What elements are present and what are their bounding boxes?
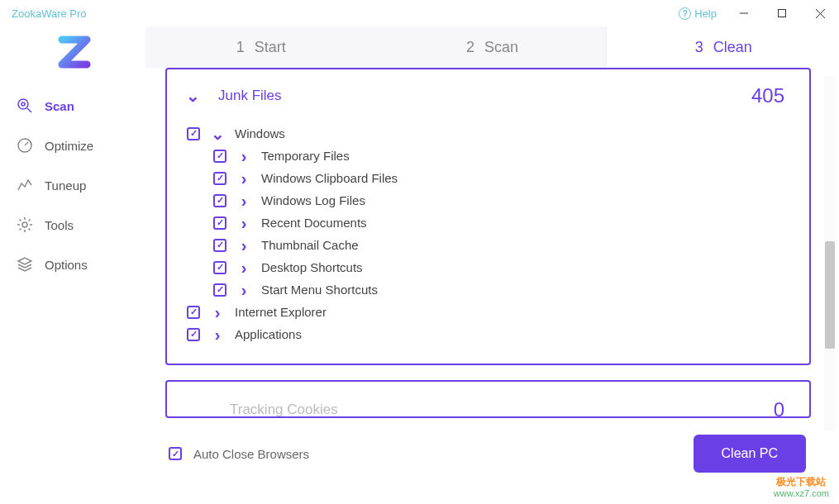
svg-line-8: [25, 142, 28, 145]
chevron-right-icon[interactable]: [212, 329, 223, 340]
step-clean[interactable]: 3Clean: [608, 26, 839, 68]
chevron-right-icon[interactable]: [238, 240, 250, 251]
item-label: Temporary Files: [261, 149, 350, 163]
checkbox[interactable]: [213, 239, 226, 252]
scrollbar-track[interactable]: [824, 76, 836, 431]
sidebar: Scan Optimize Tuneup Tools Options: [0, 26, 149, 504]
sidebar-item-label: Tuneup: [45, 178, 86, 193]
sidebar-item-tuneup[interactable]: Tuneup: [0, 165, 149, 205]
svg-point-4: [18, 99, 28, 109]
card-count: 405: [751, 84, 784, 107]
checkbox[interactable]: [187, 306, 200, 319]
group-windows[interactable]: Windows: [184, 122, 793, 145]
item-label: Thumbnail Cache: [261, 238, 359, 252]
sidebar-item-scan[interactable]: Scan: [0, 86, 149, 126]
results-scroll[interactable]: Junk Files 405 Windows Temporary Files W…: [165, 68, 814, 423]
step-start[interactable]: 1Start: [145, 26, 377, 68]
item-label: Windows Log Files: [261, 193, 365, 207]
help-label: Help: [694, 7, 717, 20]
close-button[interactable]: [801, 0, 839, 26]
tools-icon: [17, 216, 33, 233]
auto-close-label: Auto Close Browsers: [193, 447, 309, 461]
item-log-files[interactable]: Windows Log Files: [184, 189, 793, 212]
titlebar: ZookaWare Pro ? Help: [0, 0, 839, 26]
step-bar: 1Start 2Scan 3Clean: [145, 26, 839, 68]
minimize-button[interactable]: [725, 0, 763, 26]
checkbox[interactable]: [213, 194, 226, 207]
card-count: 0: [774, 398, 784, 418]
checkbox[interactable]: [213, 172, 226, 185]
chevron-right-icon[interactable]: [238, 173, 250, 184]
sidebar-item-label: Tools: [45, 218, 74, 232]
group-label: Windows: [235, 126, 285, 140]
item-label: Start Menu Shortcuts: [261, 283, 378, 297]
checkbox[interactable]: [213, 283, 226, 297]
chevron-down-icon[interactable]: [212, 130, 223, 138]
auto-close-checkbox[interactable]: [169, 447, 182, 460]
item-label: Desktop Shortcuts: [261, 260, 363, 274]
group-applications[interactable]: Applications: [184, 323, 793, 345]
item-desktop-shortcuts[interactable]: Desktop Shortcuts: [184, 256, 793, 278]
help-link[interactable]: ? Help: [670, 7, 725, 20]
tracking-cookies-card: Tracking Cookies 0: [165, 380, 811, 418]
chevron-right-icon[interactable]: [238, 284, 250, 296]
scrollbar-thumb[interactable]: [825, 241, 835, 349]
item-startmenu-shortcuts[interactable]: Start Menu Shortcuts: [184, 278, 793, 301]
help-icon: ?: [679, 7, 691, 20]
chevron-right-icon[interactable]: [238, 195, 250, 207]
maximize-button[interactable]: [763, 0, 801, 26]
chevron-right-icon[interactable]: [238, 150, 250, 162]
options-icon: [17, 256, 33, 273]
sidebar-item-tools[interactable]: Tools: [0, 205, 149, 245]
tuneup-icon: [17, 177, 33, 193]
svg-point-6: [21, 102, 25, 106]
svg-line-5: [27, 108, 31, 112]
footer: Auto Close Browsers Clean PC: [165, 423, 814, 484]
group-label: Applications: [235, 327, 302, 341]
group-label: Internet Explorer: [235, 305, 327, 319]
item-clipboard-files[interactable]: Windows Clipboard Files: [184, 167, 793, 189]
sidebar-item-label: Optimize: [45, 139, 93, 153]
sidebar-item-options[interactable]: Options: [0, 245, 149, 284]
item-label: Windows Clipboard Files: [261, 171, 398, 185]
watermark: 极光下载站 www.xz7.com: [774, 476, 829, 499]
chevron-right-icon[interactable]: [238, 217, 250, 229]
card-title: Junk Files: [218, 88, 282, 104]
step-scan[interactable]: 2Scan: [377, 26, 608, 68]
sidebar-item-optimize[interactable]: Optimize: [0, 126, 149, 165]
item-thumb-cache[interactable]: Thumbnail Cache: [184, 234, 793, 256]
group-ie[interactable]: Internet Explorer: [184, 301, 793, 323]
svg-point-9: [22, 222, 27, 227]
app-title: ZookaWare Pro: [12, 7, 87, 20]
checkbox[interactable]: [213, 216, 226, 230]
checkbox[interactable]: [187, 328, 200, 341]
svg-marker-10: [18, 258, 31, 264]
scan-icon: [17, 97, 33, 114]
item-recent-docs[interactable]: Recent Documents: [184, 212, 793, 234]
item-temp-files[interactable]: Temporary Files: [184, 145, 793, 167]
sidebar-item-label: Scan: [45, 99, 74, 113]
card-title: Tracking Cookies: [230, 402, 338, 418]
chevron-down-icon[interactable]: [187, 92, 198, 100]
sidebar-item-label: Options: [45, 258, 88, 272]
checkbox[interactable]: [187, 127, 200, 140]
item-label: Recent Documents: [261, 216, 367, 230]
main-panel: 1Start 2Scan 3Clean Junk Files 405 Windo…: [149, 26, 839, 504]
checkbox[interactable]: [213, 261, 226, 274]
optimize-icon: [17, 137, 33, 154]
svg-rect-1: [779, 10, 786, 17]
checkbox[interactable]: [213, 150, 226, 163]
chevron-right-icon[interactable]: [212, 307, 223, 318]
chevron-right-icon[interactable]: [238, 262, 250, 273]
clean-pc-button[interactable]: Clean PC: [694, 435, 806, 473]
junk-files-card: Junk Files 405 Windows Temporary Files W…: [165, 68, 811, 365]
app-logo: [0, 33, 149, 71]
